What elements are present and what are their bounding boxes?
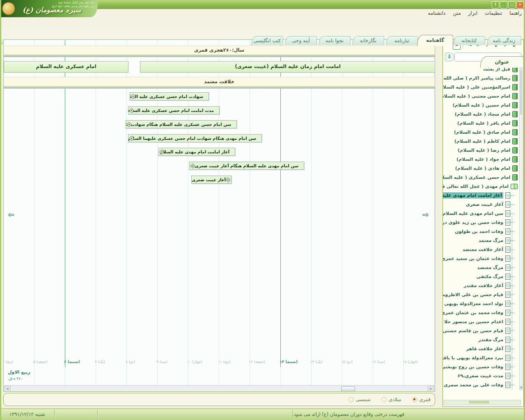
tree-item[interactable]: اعدام حسین بن منصور حلا — [443, 317, 524, 326]
tree-item-label: امام سجاد ( علیه السلام) — [455, 112, 510, 117]
tree-item[interactable]: آغاز خلافت معتضد — [443, 245, 524, 254]
calendar-option-miladi[interactable]: میلادی — [381, 397, 401, 402]
timeline-event[interactable]: شهادت امام حسن عسکری علیه السلام — [130, 92, 209, 100]
subtab-onvan[interactable]: عنوان — [480, 56, 524, 68]
scrollbar-thumb[interactable] — [469, 401, 489, 404]
app-logo-banner: مثل اهل بيتي كمثل سفينة نوح من ركبها نجى… — [0, 0, 98, 17]
tree-item[interactable]: امام جواد ( علیه السلام) — [443, 155, 524, 164]
sidebar-vertical-scrollbar[interactable]: ▲ ▼ — [519, 64, 523, 390]
tab-ayeneh-vahy[interactable]: آینه وحی — [285, 36, 317, 45]
status-bar: شنبه ۱۳۹۱/۱۲/۱۲ فهرست درختی وقایع دوران … — [0, 409, 525, 420]
tree-item[interactable]: رسالت پیامبر اکرم ( صلی الله عل — [443, 73, 524, 82]
axis-day-label: (دو) ۱۵ — [341, 360, 353, 364]
timeline-span-bar: امام عسکری علیه السلام — [4, 61, 128, 73]
axis-day-label: (چهار) ۱۰ — [187, 360, 202, 364]
radio-icon — [348, 397, 354, 402]
menu-item[interactable]: ابزار — [468, 10, 477, 16]
year-header-band: سال:۲۶۰هجری قمری — [4, 46, 435, 55]
tree-item-label: آغاز غیبت صغری — [466, 202, 503, 207]
tree-item[interactable]: امام باقر ( علیه السلام) — [443, 119, 524, 128]
axis-day-label: (سه) ۹ — [156, 360, 167, 364]
tab-najva-nameh[interactable]: نجوا نامه — [319, 36, 351, 45]
axis-year-label: ۲۶۰ ه.ق. — [8, 376, 23, 381]
calendar-option-shamsi[interactable]: شمسی — [348, 397, 371, 402]
timeline-event[interactable]: آغاز غیبت صغری — [191, 176, 232, 184]
event-date-marker-icon — [225, 177, 231, 183]
timeline-event[interactable]: آغاز امامت امام مهدی علیه السلام — [158, 148, 235, 156]
tree-item[interactable]: وفات علی بن محمد سمری — [443, 380, 524, 389]
tree-item[interactable]: امیرالمؤمنین علی ( علیه السلام — [443, 82, 524, 91]
tree-item[interactable]: مرگ معتضد — [443, 263, 524, 272]
tree-item[interactable]: مرگ مکتفی — [443, 272, 524, 281]
scrollbar-thumb[interactable] — [520, 70, 522, 115]
index-tree: قبل از بعثترسالت پیامبر اکرم ( صلی الله … — [443, 64, 524, 390]
tree-item[interactable]: وفات حسن بن زید علوی در — [443, 218, 524, 227]
tree-item[interactable]: امام حسین ( علیه السلام) — [443, 100, 524, 110]
tree-item[interactable]: مرگ معتمد — [443, 236, 524, 245]
scroll-right-arrow[interactable]: ⇨ — [422, 210, 429, 219]
tree-item[interactable]: آغاز خلافت قاهر — [443, 344, 524, 353]
close-button[interactable]: ✕ — [516, 1, 524, 9]
tree-item[interactable]: وفات حسین بن روح نوبختی — [443, 362, 524, 371]
maximize-button[interactable]: □ — [508, 1, 516, 9]
axis-month-label: ربیع الاول — [8, 370, 30, 375]
event-doc-icon — [505, 256, 510, 262]
search-go-button[interactable]: ⇩ — [445, 52, 454, 62]
tree-item[interactable]: آغاز امامت امام مهدی علیه — [443, 191, 524, 200]
minimize-button[interactable]: ـ — [500, 1, 507, 9]
scrollbar-down-arrow[interactable]: ▼ — [520, 386, 523, 390]
tab-zendeginameh[interactable]: زندگی نامه — [487, 36, 521, 45]
tree-item[interactable]: آغاز خلافت مقتدر — [443, 281, 524, 290]
timeline-horizontal-scrollbar[interactable]: ◄ ► — [4, 385, 435, 392]
tree-item[interactable]: امام کاظم ( علیه السلام) — [443, 137, 524, 146]
tree-item-label: آغاز خلافت معتضد — [463, 247, 503, 252]
tree-item-label: وفات عثمان بن سعید عمری — [443, 256, 503, 261]
band-divider — [4, 55, 435, 57]
menu-item[interactable]: دانشنامه — [428, 10, 446, 16]
tree-item[interactable]: امام سجاد ( علیه السلام) — [443, 110, 524, 119]
timeline-event[interactable]: سن امام مهدی هنگام شهادت امام حسن عسکری … — [128, 134, 262, 142]
tree-item[interactable]: وفات محمد بن عثمان عمری — [443, 308, 524, 317]
help-button[interactable]: ؟ — [492, 1, 499, 9]
tree-item[interactable]: امام هادی ( علیه السلام) — [443, 164, 524, 173]
tree-item-label: وفات احمد بن طولون — [455, 229, 503, 234]
tree-item[interactable]: امام مهدی ( عجل الله تعالی فر — [443, 182, 524, 191]
tab-gahnameh[interactable]: گاهنامه — [417, 35, 453, 46]
week-start-line — [280, 40, 281, 367]
tree-item[interactable]: قیام حسن بن علی الاطروش — [443, 290, 524, 299]
tree-item[interactable]: تولد احمد معزالدولة بویهی — [443, 299, 524, 308]
calendar-option-qamari[interactable]: قمری — [412, 397, 431, 402]
tree-item[interactable]: امام حسن عسکری ( علیه السلام — [443, 173, 524, 182]
logo-roundel-icon — [2, 2, 15, 15]
scrollbar-left-arrow[interactable]: ◄ — [4, 386, 11, 392]
tab-negarkhaneh[interactable]: نگارخانه — [352, 36, 384, 45]
scrollbar-right-arrow[interactable]: ► — [428, 386, 434, 392]
tree-item[interactable]: سن امام مهدی علیه السلام ه — [443, 209, 524, 218]
scroll-left-arrow[interactable]: ⇦ — [8, 210, 14, 219]
tree-item[interactable]: وفات احمد بن طولون — [443, 227, 524, 236]
tree-item[interactable]: آغاز غیبت صغری — [443, 200, 524, 209]
scrollbar-thumb[interactable] — [341, 386, 355, 392]
tree-item-label: مرگ مکتفی — [477, 274, 504, 279]
timeline-event[interactable]: مدت امامت امام حسن عسکری علیه السلام،۶ — [128, 106, 220, 114]
tree-item[interactable]: وفات عثمان بن سعید عمری — [443, 254, 524, 263]
tree-item[interactable]: قیام حسن بن قاسم حسنی در — [443, 326, 524, 335]
tree-item[interactable]: مرگ مقتدر — [443, 335, 524, 344]
tab-tabarnameh[interactable]: تبارنامه — [386, 36, 418, 45]
book-icon — [512, 138, 518, 144]
menu-item[interactable]: تنظیمات — [485, 10, 502, 16]
tree-item[interactable]: نبرد معزالدولة بویهی با یاقو — [443, 353, 524, 362]
timeline-event[interactable]: سن امام حسن عسکری علیه السلام هنگام شهاد… — [126, 120, 237, 128]
tab-ketabkhaneh[interactable]: کتابخانه — [453, 36, 485, 45]
timeline-event[interactable]: سن امام مهدی علیه السلام هنگام آغاز غیبت… — [189, 162, 304, 170]
sidebar-horizontal-scrollbar[interactable] — [444, 400, 521, 405]
tree-item[interactable]: امام رضا ( علیه السلام) — [443, 146, 524, 155]
tree-item[interactable]: امام صادق ( علیه السلام) — [443, 128, 524, 137]
book-icon — [512, 84, 518, 90]
tree-item[interactable]: امام حسن مجتبی ( علیه السلام) — [443, 91, 524, 100]
tab-english-books[interactable]: کتب انگلیسی — [251, 36, 283, 45]
menu-item[interactable]: متن — [453, 10, 461, 16]
tree-item[interactable]: مدت غیبت صغری،۶۹ — [443, 371, 524, 380]
menu-item[interactable]: راهنما — [509, 10, 522, 16]
status-date: شنبه ۱۳۹۱/۱۲/۱۲ — [0, 409, 54, 420]
